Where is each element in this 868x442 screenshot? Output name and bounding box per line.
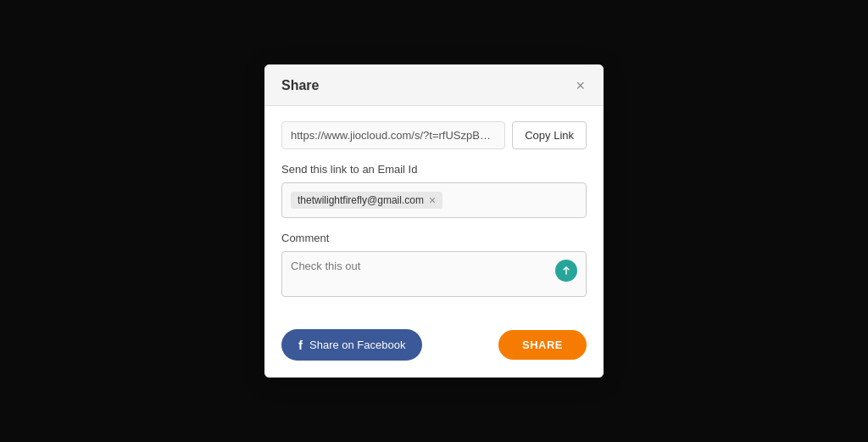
comment-label: Comment xyxy=(281,232,587,244)
comment-container xyxy=(281,251,587,297)
facebook-share-button[interactable]: f Share on Facebook xyxy=(281,329,422,361)
facebook-button-label: Share on Facebook xyxy=(309,338,405,351)
email-section-label: Send this link to an Email Id xyxy=(281,163,587,176)
comment-input[interactable] xyxy=(291,259,555,289)
email-tag: thetwilightfirefly@gmail.com × xyxy=(291,192,442,209)
modal-header: Share × xyxy=(264,64,604,106)
copy-link-button[interactable]: Copy Link xyxy=(512,121,587,149)
share-button[interactable]: SHARE xyxy=(498,330,587,360)
modal-body: Copy Link Send this link to an Email Id … xyxy=(264,106,604,329)
share-link-input[interactable] xyxy=(281,121,505,149)
modal-footer: f Share on Facebook SHARE xyxy=(264,329,604,378)
modal-title: Share xyxy=(281,78,319,93)
share-modal: Share × Copy Link Send this link to an E… xyxy=(264,64,604,378)
modal-overlay: Share × Copy Link Send this link to an E… xyxy=(0,0,868,442)
send-button[interactable] xyxy=(555,260,577,282)
close-button[interactable]: × xyxy=(574,78,587,93)
link-row: Copy Link xyxy=(281,121,587,149)
email-tag-remove-button[interactable]: × xyxy=(429,194,436,206)
facebook-icon: f xyxy=(298,338,303,352)
email-input-container[interactable]: thetwilightfirefly@gmail.com × xyxy=(281,182,587,218)
email-tag-value: thetwilightfirefly@gmail.com xyxy=(298,194,424,206)
